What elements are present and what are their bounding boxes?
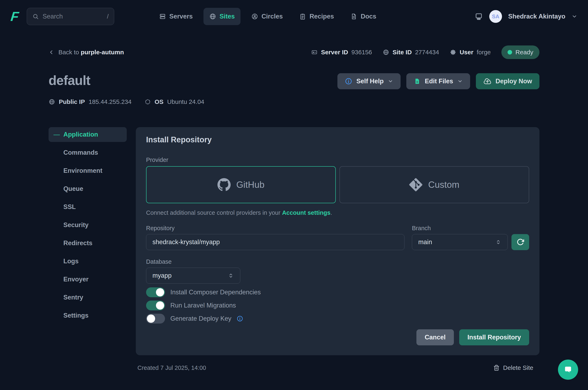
branch-value: main: [418, 238, 432, 246]
nav-item-docs[interactable]: Docs: [344, 8, 382, 25]
cancel-button[interactable]: Cancel: [416, 329, 454, 345]
provider-hint: Connect additional source control provid…: [146, 209, 529, 216]
refresh-icon: [516, 238, 524, 246]
site-meta: Server ID 936156 Site ID 2774434 U: [311, 46, 539, 59]
database-select[interactable]: myapp: [146, 268, 240, 284]
public-ip-value: 185.44.255.234: [89, 98, 132, 105]
site-actions: Self Help Edit Files: [338, 73, 539, 89]
provider-github[interactable]: GitHub: [146, 166, 336, 203]
provider-name: Custom: [428, 180, 459, 190]
repository-field: Repository: [146, 225, 404, 250]
laravel-migrations-toggle[interactable]: [146, 300, 165, 310]
server-name: purple-autumn: [81, 49, 124, 55]
refresh-branches-button[interactable]: [511, 234, 529, 250]
back-link[interactable]: Back to purple-autumn: [49, 49, 124, 56]
provider-options: GitHub Custom: [146, 166, 529, 203]
composer-dependencies-toggle[interactable]: [146, 287, 165, 297]
nav-item-circles[interactable]: Circles: [245, 8, 289, 25]
document-icon: [350, 13, 357, 20]
sidebar-item-logs[interactable]: — Logs: [49, 254, 127, 269]
server-id-meta: Server ID 936156: [311, 49, 372, 56]
sidebar-item-envoyer[interactable]: — Envoyer: [49, 272, 127, 287]
avatar[interactable]: SA: [489, 10, 502, 23]
display-monitor-icon[interactable]: [474, 12, 483, 21]
chevron-down-icon[interactable]: [572, 14, 577, 19]
site-info-row: Public IP 185.44.255.234 OS Ubuntu 24.04: [49, 98, 539, 105]
self-help-button[interactable]: Self Help: [338, 73, 400, 89]
repository-input[interactable]: [152, 238, 398, 246]
public-ip-item: Public IP 185.44.255.234: [49, 98, 132, 105]
globe-icon: [383, 49, 389, 55]
top-navbar: F / Servers Sites: [0, 0, 588, 33]
edit-files-button[interactable]: Edit Files: [406, 73, 470, 89]
user-label: User: [460, 49, 473, 56]
toggle-row-migrations: Run Laravel Migrations: [146, 300, 529, 310]
site-id-value: 2774434: [415, 49, 439, 56]
install-repository-card: Install Repository Provider GitHub: [136, 127, 539, 355]
search-shortcut-hint: /: [107, 13, 109, 20]
info-icon[interactable]: [237, 315, 243, 322]
delete-site-button[interactable]: Delete Site: [493, 364, 533, 371]
server-id-value: 936156: [351, 49, 372, 56]
sidebar-item-ssl[interactable]: — SSL: [49, 199, 127, 214]
toggle-label: Generate Deploy Key: [170, 315, 231, 322]
nav-item-label: Recipes: [309, 13, 334, 20]
sidebar-item-application[interactable]: — Application: [49, 127, 127, 142]
file-icon: [414, 78, 421, 85]
search-input[interactable]: [43, 13, 103, 20]
sidebar-item-label: Settings: [63, 312, 89, 319]
user-name[interactable]: Shedrack Akintayo: [508, 13, 565, 20]
toggle-row-deploy-key: Generate Deploy Key: [146, 314, 529, 324]
provider-custom[interactable]: Custom: [340, 166, 529, 203]
toggle-row-composer: Install Composer Dependencies: [146, 287, 529, 297]
repository-label: Repository: [146, 225, 404, 232]
select-stepper-icon: [495, 239, 501, 245]
sidebar-item-queue[interactable]: — Queue: [49, 181, 127, 196]
self-help-label: Self Help: [356, 78, 384, 85]
sidebar-item-security[interactable]: — Security: [49, 218, 127, 233]
sidebar-item-label: Environment: [63, 167, 102, 174]
toggle-label: Install Composer Dependencies: [170, 289, 261, 296]
site-id-meta: Site ID 2774434: [383, 49, 439, 56]
primary-nav: Servers Sites Circles: [153, 8, 382, 25]
info-icon: [345, 78, 352, 85]
branch-label: Branch: [412, 225, 508, 232]
clipboard-icon: [299, 13, 306, 20]
git-icon: [409, 178, 422, 191]
nav-item-label: Servers: [169, 13, 193, 20]
sidebar-item-environment[interactable]: — Environment: [49, 163, 127, 178]
gear-icon: [450, 49, 456, 55]
user-circle-icon: [251, 13, 258, 20]
install-repository-button[interactable]: Install Repository: [459, 329, 529, 345]
nav-item-recipes[interactable]: Recipes: [294, 8, 340, 25]
sidebar-item-label: Security: [63, 221, 89, 229]
account-settings-link[interactable]: Account settings: [282, 209, 330, 216]
forge-logo[interactable]: F: [10, 9, 19, 24]
database-label: Database: [146, 258, 240, 265]
edit-files-label: Edit Files: [425, 78, 453, 85]
ubuntu-icon: [145, 99, 151, 105]
search-bar[interactable]: /: [27, 8, 114, 25]
status-dot: [508, 50, 512, 54]
site-id-label: Site ID: [392, 49, 412, 56]
status-text: Ready: [515, 49, 533, 56]
trash-icon: [493, 364, 500, 371]
toggle-label: Run Laravel Migrations: [170, 302, 236, 309]
deploy-now-button[interactable]: Deploy Now: [476, 73, 539, 89]
sidebar-item-label: Envoyer: [63, 276, 89, 283]
sidebar-item-label: SSL: [63, 203, 76, 211]
breadcrumb-row: Back to purple-autumn Server ID 936156: [49, 46, 539, 58]
sidebar-item-sentry[interactable]: — Sentry: [49, 290, 127, 305]
chat-bubble-icon: [563, 364, 573, 375]
branch-select[interactable]: main: [412, 234, 508, 250]
chat-widget-button[interactable]: [558, 360, 578, 380]
sidebar-item-label: Commands: [63, 149, 98, 156]
nav-item-servers[interactable]: Servers: [153, 8, 198, 25]
nav-item-sites[interactable]: Sites: [203, 8, 241, 25]
sidebar-item-redirects[interactable]: — Redirects: [49, 236, 127, 250]
sidebar-item-settings[interactable]: — Settings: [49, 308, 127, 323]
generate-deploy-key-toggle[interactable]: [146, 314, 165, 324]
sidebar-item-commands[interactable]: — Commands: [49, 145, 127, 160]
site-sidebar: — Application — Commands — Environment —…: [49, 127, 127, 326]
sidebar-item-label: Logs: [63, 257, 79, 265]
